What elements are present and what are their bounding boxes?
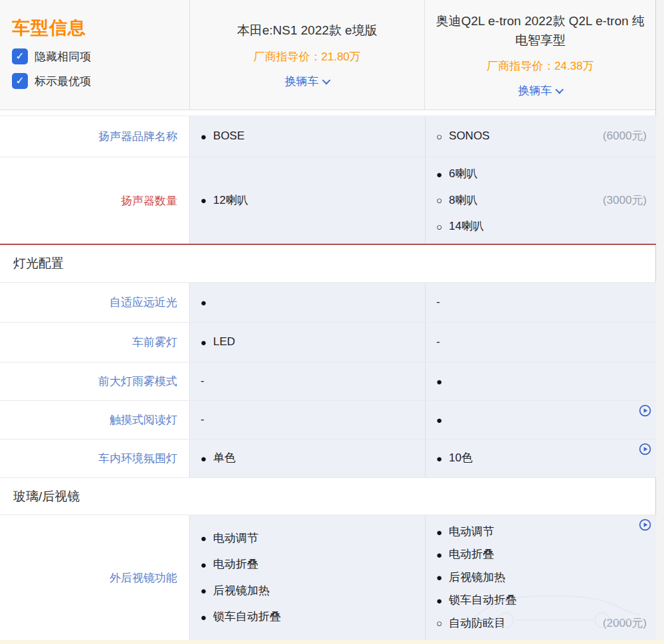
- car1-adaptive-beam-cell: ●: [189, 283, 425, 322]
- section-header-lighting: 灯光配置: [0, 245, 655, 282]
- car2-touch-reading-light-cell: ●: [425, 401, 656, 439]
- open-dot-icon: ○: [436, 222, 442, 232]
- checkmark-icon: ✓: [15, 51, 24, 62]
- feature-item: ○14喇叭: [436, 220, 647, 233]
- table-header: 车型信息 ✓ 隐藏相同项 ✓ 标示最优项 本田e:NS1 2022款 e境版 厂…: [0, 0, 655, 110]
- video-play-icon[interactable]: [639, 519, 651, 531]
- feature-item: ●单色: [201, 451, 416, 465]
- car1-speaker-brand-cell: ●BOSE: [189, 116, 425, 157]
- table-row-speaker-brand: 扬声器品牌名称 ●BOSE ○SONOS(6000元): [0, 116, 656, 157]
- filled-dot-icon: ●: [201, 131, 207, 141]
- car1-rain-fog-mode-cell: -: [189, 362, 425, 400]
- car1-mirror-functions-cell: ●电动调节 ●电动折叠 ●后视镜加热 ●锁车自动折叠: [189, 515, 425, 640]
- mark-best-checkbox[interactable]: ✓: [12, 73, 28, 89]
- hide-same-row: ✓ 隐藏相同项: [12, 48, 189, 64]
- car2-mirror-functions-cell: ●电动调节 ●电动折叠 ●后视镜加热 ●锁车自动折叠 ○自动防眩目(2000元): [425, 515, 656, 640]
- car2-ambient-light-cell: ●10色: [425, 440, 656, 477]
- car2-speaker-brand-cell: ○SONOS(6000元): [425, 116, 656, 157]
- filled-dot-icon: ●: [436, 572, 442, 582]
- filled-dot-icon: ●: [201, 195, 207, 205]
- feature-item: ●锁车自动折叠: [201, 610, 416, 623]
- filled-dot-icon: ●: [201, 453, 207, 463]
- table-row-touch-reading-light: 触摸式阅读灯 - ●: [0, 400, 656, 439]
- video-play-icon[interactable]: [639, 404, 651, 417]
- feature-item: ●电动折叠: [436, 548, 647, 561]
- filled-dot-icon: ●: [201, 586, 207, 596]
- checkmark-icon: ✓: [15, 76, 24, 86]
- table-row-speaker-count: 扬声器数量 ●12喇叭 ●6喇叭 ○8喇叭(3000元) ○14喇叭: [0, 157, 656, 244]
- filled-dot-icon: ●: [436, 169, 442, 179]
- row-label-speaker-brand[interactable]: 扬声器品牌名称: [0, 116, 189, 157]
- car2-price: 厂商指导价：24.38万: [487, 58, 594, 74]
- filled-dot-icon: ●: [436, 550, 442, 560]
- row-label-rain-fog-mode[interactable]: 前大灯雨雾模式: [0, 362, 189, 400]
- open-dot-icon: ○: [436, 195, 442, 205]
- hide-same-label: 隐藏相同项: [35, 49, 91, 64]
- row-label-speaker-count[interactable]: 扬声器数量: [0, 157, 189, 244]
- car2-speaker-count-cell: ●6喇叭 ○8喇叭(3000元) ○14喇叭: [425, 157, 656, 244]
- car-comparison-page: 车型信息 ✓ 隐藏相同项 ✓ 标示最优项 本田e:NS1 2022款 e境版 厂…: [0, 0, 664, 644]
- header-gap: [0, 110, 655, 116]
- row-label-touch-reading-light[interactable]: 触摸式阅读灯: [0, 401, 189, 439]
- feature-item: ●10色: [436, 451, 647, 465]
- filter-panel: 车型信息 ✓ 隐藏相同项 ✓ 标示最优项: [0, 0, 189, 110]
- feature-item: -: [201, 413, 416, 426]
- feature-item: ●LED: [201, 335, 416, 349]
- section-header-glass-mirror: 玻璃/后视镜: [0, 477, 655, 515]
- chevron-down-icon: [322, 76, 331, 84]
- feature-item: ●电动调节: [436, 525, 647, 538]
- car1-touch-reading-light-cell: -: [189, 401, 425, 439]
- feature-item: ●锁车自动折叠: [436, 594, 647, 607]
- feature-item: ●: [436, 415, 647, 425]
- option-price: (2000元): [603, 617, 647, 630]
- car2-header: 奥迪Q2L e-tron 2022款 Q2L e-tron 纯电智享型 厂商指导…: [424, 0, 655, 110]
- comparison-table: 车型信息 ✓ 隐藏相同项 ✓ 标示最优项 本田e:NS1 2022款 e境版 厂…: [0, 0, 656, 644]
- feature-item: ●BOSE: [201, 129, 416, 143]
- feature-item: ●12喇叭: [201, 194, 416, 207]
- mark-best-row: ✓ 标示最优项: [12, 73, 189, 89]
- page-title: 车型信息: [12, 16, 189, 40]
- filled-dot-icon: ●: [436, 453, 442, 463]
- open-dot-icon: ○: [436, 131, 442, 141]
- car1-price: 厂商指导价：21.80万: [254, 49, 361, 64]
- row-label-ambient-light[interactable]: 车内环境氛围灯: [0, 440, 189, 477]
- feature-item: ○自动防眩目(2000元): [436, 617, 647, 630]
- feature-item: ●后视镜加热: [436, 571, 647, 584]
- table-row-adaptive-beam: 自适应远近光 ● -: [0, 282, 656, 322]
- table-row-front-fog: 车前雾灯 ●LED -: [0, 322, 656, 362]
- feature-item: -: [201, 374, 416, 388]
- filled-dot-icon: ●: [201, 560, 207, 570]
- filled-dot-icon: ●: [201, 533, 207, 543]
- table-row-ambient-light: 车内环境氛围灯 ●单色 ●10色: [0, 439, 656, 477]
- filled-dot-icon: ●: [436, 596, 442, 605]
- mark-best-label: 标示最优项: [35, 74, 91, 89]
- option-price: (6000元): [603, 129, 647, 143]
- feature-item: ●后视镜加热: [201, 584, 416, 598]
- chevron-down-icon: [555, 86, 564, 94]
- car1-front-fog-cell: ●LED: [189, 323, 425, 362]
- car2-name: 奥迪Q2L e-tron 2022款 Q2L e-tron 纯电智享型: [433, 11, 647, 50]
- feature-item: ●: [201, 297, 416, 307]
- bottom-strip: [0, 640, 664, 644]
- feature-item: ●: [436, 376, 647, 386]
- feature-item: ●电动折叠: [201, 558, 416, 571]
- option-price: (3000元): [603, 194, 647, 207]
- feature-item: -: [436, 295, 647, 309]
- car2-rain-fog-mode-cell: ●: [425, 362, 656, 400]
- car2-adaptive-beam-cell: -: [425, 283, 656, 322]
- feature-item: ○SONOS(6000元): [436, 129, 647, 143]
- table-row-rain-fog-mode: 前大灯雨雾模式 - ●: [0, 362, 656, 400]
- row-label-mirror-functions[interactable]: 外后视镜功能: [0, 515, 189, 640]
- car1-speaker-count-cell: ●12喇叭: [189, 157, 425, 244]
- filled-dot-icon: ●: [436, 376, 442, 386]
- filled-dot-icon: ●: [201, 337, 207, 347]
- filled-dot-icon: ●: [436, 527, 442, 537]
- hide-same-checkbox[interactable]: ✓: [12, 48, 28, 64]
- car2-change-link[interactable]: 换辆车: [518, 83, 562, 98]
- row-label-adaptive-beam[interactable]: 自适应远近光: [0, 283, 189, 322]
- video-play-icon[interactable]: [639, 443, 651, 455]
- car2-front-fog-cell: -: [425, 323, 656, 362]
- row-label-front-fog[interactable]: 车前雾灯: [0, 323, 189, 362]
- car1-change-link[interactable]: 换辆车: [285, 74, 329, 89]
- open-dot-icon: ○: [436, 618, 442, 628]
